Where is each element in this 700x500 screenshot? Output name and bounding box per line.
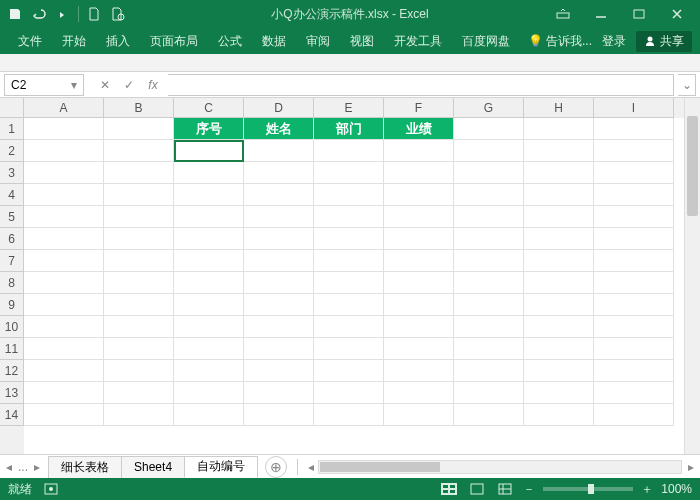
cell[interactable] (314, 162, 384, 184)
share-button[interactable]: 共享 (636, 31, 692, 52)
cell[interactable] (454, 272, 524, 294)
cell[interactable] (244, 206, 314, 228)
cell[interactable] (384, 360, 454, 382)
cell[interactable] (454, 118, 524, 140)
cell[interactable] (524, 206, 594, 228)
cell[interactable] (524, 404, 594, 426)
column-header[interactable]: I (594, 98, 674, 118)
row-header[interactable]: 11 (0, 338, 24, 360)
hscroll-left-icon[interactable]: ◂ (308, 460, 314, 474)
cell[interactable] (524, 294, 594, 316)
row-header[interactable]: 10 (0, 316, 24, 338)
column-header[interactable]: B (104, 98, 174, 118)
cell[interactable] (104, 140, 174, 162)
cell[interactable] (174, 382, 244, 404)
cell[interactable] (384, 316, 454, 338)
cell[interactable] (314, 140, 384, 162)
cell[interactable] (524, 272, 594, 294)
cell[interactable] (314, 184, 384, 206)
ribbon-tab[interactable]: 页面布局 (140, 28, 208, 54)
cell[interactable] (384, 162, 454, 184)
cell[interactable] (524, 228, 594, 250)
cell[interactable] (244, 360, 314, 382)
sheet-nav-next-icon[interactable]: ▸ (34, 460, 40, 474)
cell[interactable] (174, 184, 244, 206)
cell[interactable] (244, 294, 314, 316)
cell[interactable] (174, 316, 244, 338)
cell[interactable] (594, 360, 674, 382)
row-header[interactable]: 13 (0, 382, 24, 404)
cell[interactable] (24, 250, 104, 272)
cell[interactable] (104, 228, 174, 250)
cell[interactable] (594, 184, 674, 206)
enter-formula-icon[interactable]: ✓ (118, 74, 140, 96)
cell[interactable] (104, 272, 174, 294)
cell[interactable] (524, 250, 594, 272)
fx-icon[interactable]: fx (142, 74, 164, 96)
login-link[interactable]: 登录 (602, 33, 626, 50)
vertical-scrollbar[interactable] (684, 98, 700, 454)
hscroll-right-icon[interactable]: ▸ (688, 460, 694, 474)
cell[interactable] (244, 338, 314, 360)
cell[interactable] (314, 294, 384, 316)
cell[interactable] (594, 228, 674, 250)
cell[interactable] (454, 382, 524, 404)
row-header[interactable]: 8 (0, 272, 24, 294)
cell[interactable] (594, 206, 674, 228)
cell[interactable] (384, 250, 454, 272)
cell[interactable] (24, 294, 104, 316)
cell[interactable] (454, 360, 524, 382)
cell[interactable] (244, 184, 314, 206)
cell[interactable] (454, 294, 524, 316)
cell[interactable] (524, 140, 594, 162)
page-layout-view-icon[interactable] (467, 481, 487, 497)
cell[interactable] (104, 206, 174, 228)
cell[interactable] (24, 228, 104, 250)
macro-record-icon[interactable] (44, 483, 58, 495)
cell[interactable] (244, 228, 314, 250)
cell[interactable] (384, 294, 454, 316)
page-break-view-icon[interactable] (495, 481, 515, 497)
row-header[interactable]: 6 (0, 228, 24, 250)
ribbon-tab[interactable]: 数据 (252, 28, 296, 54)
cell[interactable] (524, 316, 594, 338)
cell[interactable] (244, 162, 314, 184)
cell[interactable] (594, 250, 674, 272)
select-all-corner[interactable] (0, 98, 24, 118)
zoom-out-icon[interactable]: － (523, 481, 535, 498)
cell[interactable] (524, 338, 594, 360)
expand-formula-bar-icon[interactable]: ⌄ (678, 74, 696, 96)
cell[interactable] (314, 206, 384, 228)
cell[interactable] (244, 316, 314, 338)
cell[interactable] (104, 294, 174, 316)
cell[interactable] (384, 228, 454, 250)
cell[interactable] (174, 404, 244, 426)
cell[interactable] (314, 360, 384, 382)
cell[interactable] (104, 316, 174, 338)
cell[interactable] (454, 250, 524, 272)
cell[interactable] (104, 184, 174, 206)
cell[interactable] (244, 382, 314, 404)
cell[interactable] (244, 272, 314, 294)
print-preview-icon[interactable] (109, 5, 127, 23)
cell[interactable]: 序号 (174, 118, 244, 140)
ribbon-tab[interactable]: 开发工具 (384, 28, 452, 54)
cell[interactable] (594, 404, 674, 426)
sheet-tab[interactable]: Sheet4 (121, 456, 185, 478)
cell[interactable] (454, 162, 524, 184)
cell[interactable] (594, 338, 674, 360)
cell[interactable] (454, 206, 524, 228)
cell[interactable] (384, 382, 454, 404)
cell[interactable] (384, 338, 454, 360)
cell[interactable] (314, 316, 384, 338)
cell[interactable] (454, 184, 524, 206)
cell[interactable] (524, 360, 594, 382)
row-header[interactable]: 4 (0, 184, 24, 206)
cell[interactable] (314, 272, 384, 294)
zoom-slider[interactable] (543, 487, 633, 491)
row-header[interactable]: 5 (0, 206, 24, 228)
cell[interactable] (594, 382, 674, 404)
cell[interactable] (24, 382, 104, 404)
cell[interactable] (24, 206, 104, 228)
cell[interactable] (104, 250, 174, 272)
